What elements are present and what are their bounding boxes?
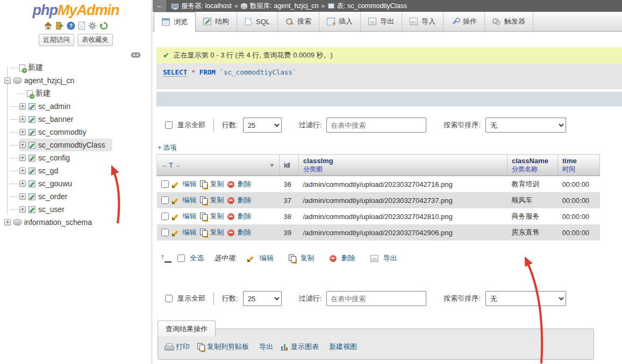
row-edit-link[interactable]: 编辑 — [183, 179, 197, 189]
tree-node-icon — [28, 206, 35, 213]
breadcrumb-item[interactable]: 数据库: agent_hzjcj_cn » — [241, 2, 325, 11]
tree-item[interactable]: + sc_gd — [19, 164, 152, 177]
selected-delete-link[interactable]: 删除 — [341, 253, 355, 263]
back-button[interactable]: ← — [153, 0, 167, 12]
refresh-icon[interactable] — [99, 21, 108, 30]
row-checkbox[interactable] — [161, 180, 169, 188]
tab[interactable]: SQL — [237, 12, 278, 31]
row-checkbox[interactable] — [161, 196, 169, 204]
column-subheader-classimg[interactable]: 分类图 — [303, 165, 503, 173]
expand-toggle-icon[interactable]: + — [19, 116, 26, 122]
column-header-classname[interactable]: className 分类名称 — [507, 155, 558, 176]
home-icon[interactable] — [44, 21, 53, 30]
sql-keyword-select[interactable]: SELECT — [163, 68, 187, 77]
tree-node-label: sc_commodtiy — [38, 128, 86, 136]
query-op-label: 复制到剪贴板 — [207, 342, 249, 352]
tree-item[interactable]: + sc_admin — [19, 100, 152, 113]
panel-collapse-icon[interactable] — [131, 50, 141, 60]
show-all-checkbox[interactable] — [165, 295, 173, 302]
tab[interactable]: 插入 — [319, 12, 361, 31]
rows-count-select[interactable]: 25 — [243, 118, 282, 133]
selected-edit-link[interactable]: 编辑 — [260, 253, 274, 263]
table-search-input[interactable] — [326, 291, 426, 306]
expand-toggle-icon[interactable]: + — [19, 193, 26, 200]
query-op-link[interactable]: 显示图表 — [281, 342, 319, 352]
sort-caret-icon[interactable]: ▼ — [269, 162, 275, 168]
options-toggle-link[interactable]: + 选项 — [158, 143, 177, 152]
settings-icon[interactable] — [88, 21, 97, 30]
tree-item[interactable]: + sc_order — [19, 190, 152, 203]
tree-item[interactable]: + sc_config — [19, 151, 152, 164]
column-header-classimg[interactable]: classImg 分类图 — [299, 155, 507, 176]
row-delete-link[interactable]: 删除 — [238, 228, 252, 237]
tree-node-label: sc_gouwu — [38, 179, 72, 188]
tab[interactable]: 浏览 — [154, 12, 196, 32]
expand-toggle-icon[interactable]: + — [19, 129, 26, 135]
rows-count-select[interactable]: 25 — [243, 291, 282, 306]
expand-toggle-icon[interactable]: + — [19, 180, 26, 187]
query-op-link[interactable]: 新建视图 — [326, 342, 357, 352]
expand-toggle-icon[interactable]: + — [19, 155, 26, 161]
tree-item[interactable]: 新建 — [19, 61, 152, 74]
query-op-link[interactable]: 打印 — [165, 342, 190, 352]
expand-toggle-icon[interactable]: + — [19, 103, 26, 110]
row-delete-link[interactable]: 删除 — [238, 195, 252, 205]
tab[interactable]: 导入 — [402, 12, 444, 31]
column-subheader-time[interactable]: 时间 — [562, 165, 595, 173]
row-delete-link[interactable]: 删除 — [238, 179, 252, 189]
tree-item[interactable]: + sc_banner — [19, 113, 152, 126]
recent-tables-button[interactable]: 近期访问 — [39, 34, 74, 46]
tab[interactable]: 搜索 — [278, 12, 319, 31]
tab[interactable]: 导出 — [361, 12, 402, 31]
tree-item[interactable]: + information_schema — [4, 216, 152, 229]
expand-toggle-icon[interactable]: + — [4, 219, 11, 225]
tab[interactable]: 触发器 — [485, 12, 533, 31]
expand-toggle-icon[interactable]: + — [19, 142, 26, 148]
expand-toggle-icon[interactable]: − — [4, 77, 11, 84]
query-op-link[interactable]: 复制到剪贴板 — [197, 342, 249, 352]
tree-item[interactable]: + sc_user — [19, 203, 152, 216]
tree-item[interactable]: + sc_gouwu — [19, 177, 152, 190]
transpose-control[interactable]: ←T→ — [161, 161, 181, 169]
help-icon[interactable]: ? — [67, 21, 75, 30]
row-checkbox[interactable] — [161, 229, 169, 236]
show-all-checkbox[interactable] — [165, 121, 173, 129]
row-delete-link[interactable]: 删除 — [238, 212, 252, 221]
row-edit-link[interactable]: 编辑 — [183, 228, 197, 237]
tree-item[interactable]: 新建 — [27, 87, 152, 100]
expand-toggle-icon[interactable]: + — [19, 206, 26, 213]
column-header-id[interactable]: id — [280, 155, 299, 176]
tree-item[interactable]: + sc_commodtiyClass — [19, 139, 112, 151]
tab-label: 导出 — [380, 17, 394, 26]
sort-by-key-select[interactable]: 无 — [485, 118, 566, 133]
tab[interactable]: 操作 — [444, 12, 485, 31]
row-copy-link[interactable]: 复制 — [210, 228, 224, 237]
tree-item[interactable]: + sc_commodtiy — [19, 126, 152, 139]
row-copy-link[interactable]: 复制 — [210, 195, 224, 205]
favorite-tables-button[interactable]: 表收藏夹 — [77, 34, 113, 46]
check-all-checkbox[interactable] — [177, 254, 185, 262]
query-op-link[interactable]: 导出 — [256, 342, 273, 352]
breadcrumb-item[interactable]: 表: sc_commodtiyClass — [328, 2, 407, 11]
sort-by-key-select[interactable]: 无 — [485, 291, 566, 306]
docs-icon[interactable] — [78, 21, 85, 30]
check-all-link[interactable]: 全选 — [190, 253, 204, 263]
column-subheader-classname[interactable]: 分类名称 — [512, 165, 553, 173]
tree-item[interactable]: − agent_hzjcj_cn — [4, 74, 152, 87]
breadcrumb-icon — [328, 3, 334, 9]
breadcrumb-item[interactable]: 服务器: localhost » — [171, 2, 238, 11]
expand-toggle-icon[interactable]: + — [19, 168, 26, 174]
row-copy-link[interactable]: 复制 — [210, 212, 224, 221]
tab[interactable]: 结构 — [196, 12, 237, 31]
row-edit-link[interactable]: 编辑 — [183, 195, 197, 205]
table-search-input[interactable] — [326, 118, 426, 133]
tab-icon — [410, 18, 418, 25]
row-copy-link[interactable]: 复制 — [210, 179, 224, 189]
column-header-time[interactable]: time 时间 — [558, 155, 600, 176]
query-op-label: 导出 — [259, 342, 273, 352]
selected-copy-link[interactable]: 复制 — [301, 253, 314, 263]
row-edit-link[interactable]: 编辑 — [183, 212, 197, 221]
row-checkbox[interactable] — [161, 213, 169, 220]
logout-icon[interactable] — [55, 21, 64, 30]
selected-export-link[interactable]: 导出 — [383, 253, 397, 263]
